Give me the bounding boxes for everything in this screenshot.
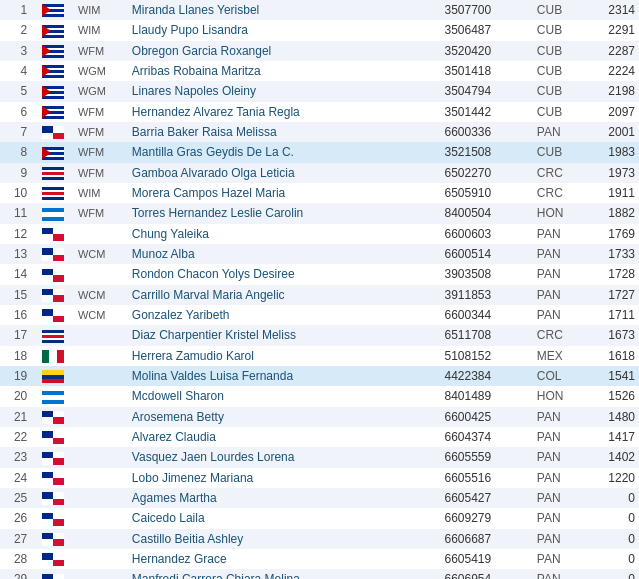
player-score: 2314 <box>582 0 639 20</box>
country-code: PAN <box>533 224 582 244</box>
player-name: Rondon Chacon Yolys Desiree <box>128 264 441 284</box>
player-score: 1673 <box>582 325 639 345</box>
table-row[interactable]: 24 Lobo Jimenez Mariana 6605516 PAN 1220 <box>0 468 639 488</box>
country-code: PAN <box>533 447 582 467</box>
flag-cell <box>31 325 74 345</box>
title-cell <box>74 508 128 528</box>
player-score: 1480 <box>582 407 639 427</box>
flag-cell <box>31 386 74 406</box>
table-row[interactable]: 23 Vasquez Jaen Lourdes Lorena 6605559 P… <box>0 447 639 467</box>
country-code: CUB <box>533 0 582 20</box>
title-cell: WGM <box>74 81 128 101</box>
table-row[interactable]: 15 WCM Carrillo Marval Maria Angelic 391… <box>0 285 639 305</box>
country-code: CRC <box>533 163 582 183</box>
player-score: 2198 <box>582 81 639 101</box>
player-score: 2291 <box>582 20 639 40</box>
flag-cell <box>31 163 74 183</box>
country-code: CUB <box>533 20 582 40</box>
table-row[interactable]: 5 WGM Linares Napoles Oleiny 3504794 CUB… <box>0 81 639 101</box>
country-code: CUB <box>533 41 582 61</box>
country-flag-icon <box>42 452 64 465</box>
title-cell <box>74 325 128 345</box>
player-name: Castillo Beitia Ashley <box>128 529 441 549</box>
country-code: PAN <box>533 529 582 549</box>
country-flag-icon <box>42 187 64 200</box>
player-score: 1618 <box>582 346 639 366</box>
row-number: 23 <box>0 447 31 467</box>
player-name: Morera Campos Hazel Maria <box>128 183 441 203</box>
flag-cell <box>31 244 74 264</box>
table-row[interactable]: 20 Mcdowell Sharon 8401489 HON 1526 <box>0 386 639 406</box>
flag-cell <box>31 183 74 203</box>
country-code: CUB <box>533 81 582 101</box>
player-name: Lobo Jimenez Mariana <box>128 468 441 488</box>
table-row[interactable]: 22 Alvarez Claudia 6604374 PAN 1417 <box>0 427 639 447</box>
table-row[interactable]: 8 WFM Mantilla Gras Geydis De La C. 3521… <box>0 142 639 162</box>
player-id: 3506487 <box>440 20 532 40</box>
title-cell <box>74 346 128 366</box>
player-name: Arribas Robaina Maritza <box>128 61 441 81</box>
title-cell: WIM <box>74 20 128 40</box>
table-row[interactable]: 1 WIM Miranda Llanes Yerisbel 3507700 CU… <box>0 0 639 20</box>
flag-cell <box>31 529 74 549</box>
player-id: 6609279 <box>440 508 532 528</box>
title-cell <box>74 427 128 447</box>
player-id: 3501442 <box>440 102 532 122</box>
country-code: PAN <box>533 569 582 579</box>
player-id: 6604374 <box>440 427 532 447</box>
table-row[interactable]: 4 WGM Arribas Robaina Maritza 3501418 CU… <box>0 61 639 81</box>
table-row[interactable]: 6 WFM Hernandez Alvarez Tania Regla 3501… <box>0 102 639 122</box>
table-row[interactable]: 11 WFM Torres Hernandez Leslie Carolin 8… <box>0 203 639 223</box>
flag-cell <box>31 488 74 508</box>
player-name: Molina Valdes Luisa Fernanda <box>128 366 441 386</box>
table-row[interactable]: 26 Caicedo Laila 6609279 PAN 0 <box>0 508 639 528</box>
table-row[interactable]: 12 Chung Yaleika 6600603 PAN 1769 <box>0 224 639 244</box>
table-row[interactable]: 2 WIM Llaudy Pupo Lisandra 3506487 CUB 2… <box>0 20 639 40</box>
table-row[interactable]: 7 WFM Barria Baker Raisa Melissa 6600336… <box>0 122 639 142</box>
table-row[interactable]: 14 Rondon Chacon Yolys Desiree 3903508 P… <box>0 264 639 284</box>
title-cell <box>74 386 128 406</box>
player-score: 2287 <box>582 41 639 61</box>
player-id: 6600336 <box>440 122 532 142</box>
player-name: Agames Martha <box>128 488 441 508</box>
title-cell: WCM <box>74 285 128 305</box>
player-name: Gamboa Alvarado Olga Leticia <box>128 163 441 183</box>
table-row[interactable]: 29 Manfredi Carrera Chiara Melina 660695… <box>0 569 639 579</box>
country-flag-icon <box>42 167 64 180</box>
flag-cell <box>31 0 74 20</box>
table-row[interactable]: 18 Herrera Zamudio Karol 5108152 MEX 161… <box>0 346 639 366</box>
row-number: 5 <box>0 81 31 101</box>
country-flag-icon <box>42 309 64 322</box>
table-row[interactable]: 16 WCM Gonzalez Yaribeth 6600344 PAN 171… <box>0 305 639 325</box>
country-flag-icon <box>42 126 64 139</box>
country-code: PAN <box>533 122 582 142</box>
title-cell: WCM <box>74 305 128 325</box>
player-name: Carrillo Marval Maria Angelic <box>128 285 441 305</box>
country-flag-icon <box>42 472 64 485</box>
table-row[interactable]: 3 WFM Obregon Garcia Roxangel 3520420 CU… <box>0 41 639 61</box>
row-number: 9 <box>0 163 31 183</box>
table-row[interactable]: 10 WIM Morera Campos Hazel Maria 6505910… <box>0 183 639 203</box>
row-number: 28 <box>0 549 31 569</box>
table-row[interactable]: 13 WCM Munoz Alba 6600514 PAN 1733 <box>0 244 639 264</box>
table-row[interactable]: 25 Agames Martha 6605427 PAN 0 <box>0 488 639 508</box>
player-name: Manfredi Carrera Chiara Melina <box>128 569 441 579</box>
table-row[interactable]: 27 Castillo Beitia Ashley 6606687 PAN 0 <box>0 529 639 549</box>
table-row[interactable]: 19 Molina Valdes Luisa Fernanda 4422384 … <box>0 366 639 386</box>
country-code: MEX <box>533 346 582 366</box>
row-number: 10 <box>0 183 31 203</box>
row-number: 25 <box>0 488 31 508</box>
table-row[interactable]: 21 Arosemena Betty 6600425 PAN 1480 <box>0 407 639 427</box>
row-number: 21 <box>0 407 31 427</box>
table-row[interactable]: 28 Hernandez Grace 6605419 PAN 0 <box>0 549 639 569</box>
player-score: 1882 <box>582 203 639 223</box>
row-number: 2 <box>0 20 31 40</box>
player-score: 2097 <box>582 102 639 122</box>
flag-cell <box>31 122 74 142</box>
country-flag-icon <box>42 330 64 343</box>
title-cell <box>74 549 128 569</box>
country-code: CRC <box>533 183 582 203</box>
table-row[interactable]: 9 WFM Gamboa Alvarado Olga Leticia 65022… <box>0 163 639 183</box>
flag-cell <box>31 366 74 386</box>
table-row[interactable]: 17 Diaz Charpentier Kristel Meliss 65117… <box>0 325 639 345</box>
